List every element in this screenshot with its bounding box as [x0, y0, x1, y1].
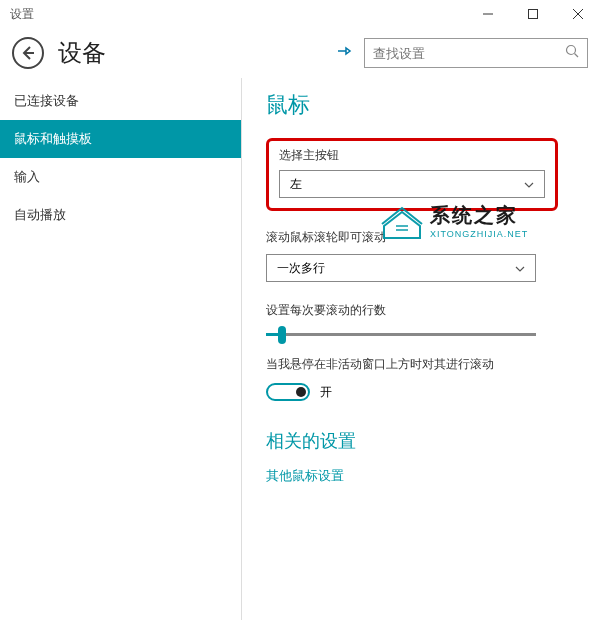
- window-controls: [465, 0, 600, 28]
- inactive-hover-toggle[interactable]: [266, 383, 310, 401]
- lines-per-scroll-setting: 设置每次要滚动的行数: [266, 302, 576, 336]
- maximize-icon: [528, 9, 538, 19]
- page-header: 设备: [0, 28, 600, 78]
- minimize-icon: [483, 9, 493, 19]
- toggle-knob: [296, 387, 306, 397]
- sidebar-item-label: 已连接设备: [14, 92, 79, 110]
- minimize-button[interactable]: [465, 0, 510, 28]
- scroll-wheel-label: 滚动鼠标滚轮即可滚动: [266, 229, 576, 246]
- search-input[interactable]: [373, 46, 565, 61]
- pin-button[interactable]: [336, 43, 352, 63]
- inactive-hover-label: 当我悬停在非活动窗口上方时对其进行滚动: [266, 356, 576, 373]
- sidebar-item-label: 输入: [14, 168, 40, 186]
- sidebar-item-label: 自动播放: [14, 206, 66, 224]
- sidebar-item-autoplay[interactable]: 自动播放: [0, 196, 241, 234]
- svg-line-6: [575, 54, 579, 58]
- section-title-mouse: 鼠标: [266, 90, 576, 120]
- sidebar-item-typing[interactable]: 输入: [0, 158, 241, 196]
- window-title: 设置: [10, 6, 34, 23]
- toggle-state-label: 开: [320, 384, 332, 401]
- close-button[interactable]: [555, 0, 600, 28]
- lines-per-scroll-label: 设置每次要滚动的行数: [266, 302, 576, 319]
- chevron-down-icon: [515, 263, 525, 274]
- sidebar-item-connected-devices[interactable]: 已连接设备: [0, 82, 241, 120]
- back-arrow-icon: [20, 45, 36, 61]
- main-panel: 鼠标 选择主按钮 左 滚动鼠标滚轮即可滚动 一次多行 设置每次要滚动的行数: [242, 78, 600, 620]
- scroll-wheel-select[interactable]: 一次多行: [266, 254, 536, 282]
- content-area: 已连接设备 鼠标和触摸板 输入 自动播放 鼠标 选择主按钮 左 滚动鼠标滚轮即可…: [0, 78, 600, 620]
- svg-point-5: [567, 46, 576, 55]
- highlighted-setting: 选择主按钮 左: [266, 138, 558, 211]
- select-value: 左: [290, 176, 302, 193]
- chevron-down-icon: [524, 179, 534, 190]
- sidebar-item-label: 鼠标和触摸板: [14, 130, 92, 148]
- page-title: 设备: [58, 37, 336, 69]
- maximize-button[interactable]: [510, 0, 555, 28]
- window-titlebar: 设置: [0, 0, 600, 28]
- pin-icon: [336, 43, 352, 59]
- search-icon: [565, 44, 579, 62]
- related-settings-title: 相关的设置: [266, 429, 576, 453]
- slider-thumb[interactable]: [278, 326, 286, 344]
- sidebar-item-mouse-touchpad[interactable]: 鼠标和触摸板: [0, 120, 241, 158]
- inactive-hover-setting: 当我悬停在非活动窗口上方时对其进行滚动 开: [266, 356, 576, 401]
- lines-slider[interactable]: [266, 333, 536, 336]
- scroll-wheel-setting: 滚动鼠标滚轮即可滚动 一次多行: [266, 229, 576, 282]
- search-box[interactable]: [364, 38, 588, 68]
- svg-rect-1: [528, 10, 537, 19]
- other-mouse-settings-link[interactable]: 其他鼠标设置: [266, 467, 576, 485]
- select-value: 一次多行: [277, 260, 325, 277]
- sidebar: 已连接设备 鼠标和触摸板 输入 自动播放: [0, 78, 242, 620]
- primary-button-select[interactable]: 左: [279, 170, 545, 198]
- close-icon: [573, 9, 583, 19]
- back-button[interactable]: [12, 37, 44, 69]
- primary-button-label: 选择主按钮: [279, 147, 545, 164]
